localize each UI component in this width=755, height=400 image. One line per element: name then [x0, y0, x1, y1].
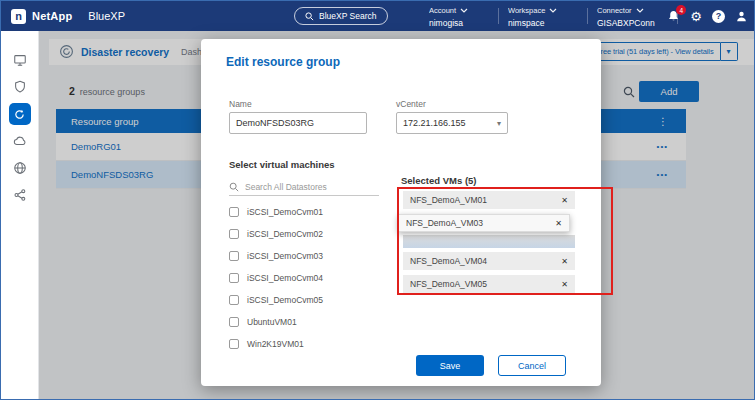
modal-title: Edit resource group: [226, 55, 340, 69]
datastore-search-input[interactable]: [245, 182, 365, 192]
selected-vm-chip[interactable]: NFS_DemoA_VM01✕: [403, 191, 575, 209]
save-button[interactable]: Save: [416, 355, 484, 376]
brand-netapp: NetApp: [32, 10, 72, 22]
sidebar-item-protection[interactable]: [9, 76, 31, 98]
vm-option-label: iSCSI_DemoCvm01: [247, 207, 323, 217]
shield-icon: [13, 80, 27, 94]
sidebar-item-canvas[interactable]: [9, 49, 31, 71]
selected-vm-name: NFS_DemoA_VM05: [410, 279, 487, 289]
cancel-button[interactable]: Cancel: [498, 355, 566, 376]
workspace-label: Workspace: [508, 6, 545, 15]
account-menu[interactable]: Account nimogisa: [429, 6, 468, 28]
account-value: nimogisa: [429, 18, 468, 28]
name-field[interactable]: [229, 112, 367, 134]
selected-vm-name: NFS_DemoA_VM01: [410, 195, 487, 205]
vcenter-select[interactable]: 172.21.166.155 ▾: [396, 112, 508, 134]
user-avatar-icon[interactable]: [735, 10, 748, 23]
remove-vm-icon[interactable]: ✕: [549, 219, 562, 228]
vm-option[interactable]: iSCSI_DemoCvm04: [229, 267, 379, 289]
left-sidebar: [1, 31, 39, 399]
chevron-down-icon: [460, 8, 468, 13]
name-label: Name: [229, 99, 252, 109]
vm-option-label: Win2K19VM01: [247, 339, 304, 349]
vm-option[interactable]: iSCSI_DemoCvm01: [229, 201, 379, 223]
chevron-down-icon: [636, 8, 644, 13]
vcenter-label: vCenter: [396, 99, 426, 109]
divider: [587, 8, 588, 24]
connector-label: Connector: [597, 6, 632, 15]
globe-icon: [13, 161, 27, 175]
vm-option[interactable]: iSCSI_DemoCvm03: [229, 245, 379, 267]
divider: [498, 8, 499, 24]
search-icon: [305, 12, 314, 21]
search-icon: [229, 182, 239, 192]
selected-vm-list: NFS_DemoA_VM01✕NFS_DemoA_VM03✕NFS_DemoA_…: [403, 191, 575, 298]
edit-resource-group-modal: Edit resource group Name vCenter 172.21.…: [201, 39, 601, 386]
bluexp-search-button[interactable]: BlueXP Search: [294, 7, 388, 25]
workspace-value: nimspace: [508, 18, 557, 28]
sidebar-item-disaster-recovery[interactable]: [9, 103, 31, 125]
selected-vm-chip[interactable]: NFS_DemoA_VM04✕: [403, 252, 575, 270]
disaster-recovery-icon: [13, 108, 26, 121]
notifications-bell-icon[interactable]: 4: [667, 9, 680, 23]
settings-gear-icon[interactable]: ⚙: [690, 10, 702, 23]
vm-checkbox[interactable]: [229, 251, 239, 261]
sidebar-item-share[interactable]: [9, 184, 31, 206]
selected-vms-label: Selected VMs (5): [401, 175, 477, 186]
vm-option-label: iSCSI_DemoCvm04: [247, 273, 323, 283]
topbar: n NetApp BlueXP BlueXP Search Account ni…: [1, 1, 754, 31]
vm-checkbox[interactable]: [229, 339, 239, 349]
vm-option-label: UbuntuVM01: [247, 317, 297, 327]
vm-checkbox-list: iSCSI_DemoCvm01iSCSI_DemoCvm02iSCSI_Demo…: [229, 201, 379, 355]
remove-vm-icon[interactable]: ✕: [555, 280, 568, 289]
notification-badge: 4: [676, 5, 686, 15]
vm-option-label: iSCSI_DemoCvm02: [247, 229, 323, 239]
share-icon: [13, 188, 27, 202]
topbar-actions: 4 ⚙ ?: [667, 1, 748, 31]
vm-option-label: iSCSI_DemoCvm03: [247, 251, 323, 261]
chevron-down-icon: [549, 8, 557, 13]
sidebar-item-cloud-backup[interactable]: [9, 130, 31, 152]
account-label: Account: [429, 6, 456, 15]
selected-vm-name: NFS_DemoA_VM03: [406, 218, 483, 228]
brand-bluexp: BlueXP: [88, 10, 125, 22]
netapp-logo-icon: n: [11, 9, 26, 24]
logo-letter: n: [15, 10, 22, 22]
vm-option-label: iSCSI_DemoCvm05: [247, 295, 323, 305]
caret-down-icon: ▾: [497, 119, 501, 128]
connector-value: GISABXPConn: [597, 18, 655, 28]
drop-placeholder: [403, 235, 575, 248]
vm-checkbox[interactable]: [229, 317, 239, 327]
vm-option[interactable]: UbuntuVM01: [229, 311, 379, 333]
bluexp-app: n NetApp BlueXP BlueXP Search Account ni…: [0, 0, 755, 400]
vm-option[interactable]: iSCSI_DemoCvm02: [229, 223, 379, 245]
vm-checkbox[interactable]: [229, 207, 239, 217]
vcenter-value: 172.21.166.155: [403, 118, 466, 128]
workspace-menu[interactable]: Workspace nimspace: [508, 6, 557, 28]
vm-checkbox[interactable]: [229, 273, 239, 283]
brand: n NetApp BlueXP: [11, 1, 125, 31]
select-vms-label: Select virtual machines: [229, 159, 335, 170]
selected-vm-chip[interactable]: NFS_DemoA_VM03✕: [398, 214, 570, 232]
vm-option[interactable]: iSCSI_DemoCvm05: [229, 289, 379, 311]
connector-menu[interactable]: Connector GISABXPConn: [597, 6, 655, 28]
selected-vm-chip[interactable]: NFS_DemoA_VM05✕: [403, 275, 575, 293]
vm-option[interactable]: Win2K19VM01: [229, 333, 379, 355]
selected-vm-name: NFS_DemoA_VM04: [410, 256, 487, 266]
help-icon[interactable]: ?: [712, 10, 725, 23]
remove-vm-icon[interactable]: ✕: [555, 196, 568, 205]
datastore-search: [229, 179, 379, 196]
canvas-icon: [13, 53, 27, 67]
vm-checkbox[interactable]: [229, 229, 239, 239]
remove-vm-icon[interactable]: ✕: [555, 257, 568, 266]
vm-checkbox[interactable]: [229, 295, 239, 305]
cloud-icon: [13, 134, 27, 148]
search-label: BlueXP Search: [319, 11, 377, 21]
sidebar-item-explore[interactable]: [9, 157, 31, 179]
